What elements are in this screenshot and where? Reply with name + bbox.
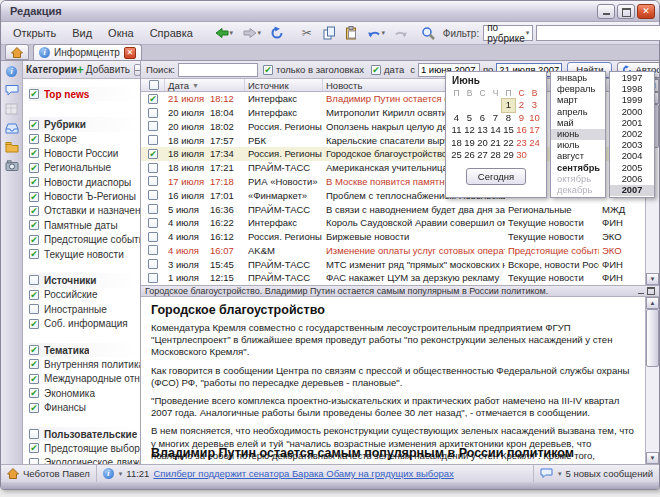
calendar-day[interactable]: 18: [450, 137, 463, 150]
checkbox[interactable]: [148, 163, 158, 173]
calendar-day[interactable]: 15: [502, 124, 515, 137]
inbox-icon[interactable]: [5, 122, 19, 134]
calendar-day[interactable]: 23: [515, 137, 528, 150]
info-panel-icon[interactable]: i: [6, 66, 17, 77]
checkbox[interactable]: ✔: [29, 403, 39, 413]
close-button[interactable]: ✕: [637, 4, 655, 19]
checkbox[interactable]: [29, 429, 39, 439]
preview-scrollbar[interactable]: ▲ ▼: [645, 297, 659, 464]
calendar-day[interactable]: 2: [515, 99, 528, 112]
sidebar-item[interactable]: ✔Международные отношения: [29, 372, 140, 386]
calendar-day[interactable]: 3: [528, 99, 541, 112]
checkbox[interactable]: ✔: [29, 345, 39, 355]
year-item[interactable]: 1997: [610, 73, 654, 84]
calendar-day[interactable]: 26: [463, 149, 476, 162]
forward-button[interactable]: ▾: [239, 24, 265, 42]
checkbox[interactable]: ✔: [148, 94, 158, 104]
calendar-day[interactable]: 5: [463, 112, 476, 125]
calendar-day[interactable]: 30: [515, 149, 528, 162]
scroll-thumb[interactable]: [646, 309, 659, 367]
cut-button[interactable]: ✂: [297, 24, 317, 42]
sidebar-item[interactable]: ✔Новости Ъ-Регионы: [29, 189, 140, 203]
calendar-day[interactable]: 4: [450, 112, 463, 125]
chevron-down-icon[interactable]: ▾: [558, 470, 562, 478]
search-input[interactable]: [178, 63, 258, 77]
sidebar-item[interactable]: ✔Региональные: [29, 161, 140, 175]
year-item[interactable]: 2003: [610, 140, 654, 151]
sidebar-item[interactable]: ✔Отставки и назначения: [29, 204, 140, 218]
scroll-up-icon[interactable]: ▲: [646, 297, 659, 309]
search-tool-button[interactable]: [421, 24, 435, 42]
maximize-button[interactable]: [617, 4, 635, 19]
info-icon[interactable]: i: [103, 468, 114, 479]
column-header-source[interactable]: Источник: [245, 79, 323, 91]
calendar-day[interactable]: 25: [450, 149, 463, 162]
calendar-day[interactable]: 14: [489, 124, 502, 137]
home-button[interactable]: [5, 44, 29, 60]
sidebar-item[interactable]: ✔Внутренняя политика: [29, 357, 140, 371]
tab-infocenter[interactable]: i Информцентр ✕: [33, 44, 142, 60]
calendar-day[interactable]: 1: [502, 99, 515, 112]
menu-open[interactable]: Открыть: [5, 24, 64, 42]
sidebar-group[interactable]: ✔Top news: [29, 87, 140, 101]
sidebar-item[interactable]: Иностранные: [29, 302, 140, 316]
year-item[interactable]: 2001: [610, 118, 654, 129]
calendar-day[interactable]: 8: [502, 112, 515, 125]
sidebar-item[interactable]: ✔Новости России: [29, 146, 140, 160]
sidebar-group[interactable]: ✔Тематика: [29, 343, 140, 357]
grid-panel-icon[interactable]: [5, 103, 18, 115]
refresh-button[interactable]: [267, 24, 287, 42]
calendar-month-label[interactable]: Июнь: [452, 75, 542, 86]
checkbox[interactable]: ✔: [148, 149, 158, 159]
month-item[interactable]: июль: [551, 140, 605, 151]
checkbox[interactable]: [148, 121, 158, 131]
checkbox[interactable]: ✔: [29, 192, 39, 202]
calendar-day[interactable]: 12: [463, 124, 476, 137]
filter-type-dropdown[interactable]: по рубрике▾: [483, 25, 533, 41]
sidebar-group[interactable]: Пользовательские: [29, 427, 140, 441]
checkbox[interactable]: ✔: [29, 120, 39, 130]
select-all-checkbox[interactable]: [149, 80, 159, 90]
calendar-day[interactable]: 27: [476, 149, 489, 162]
chevron-down-icon[interactable]: ▾: [119, 470, 123, 478]
checkbox[interactable]: ✔: [29, 359, 39, 369]
checkbox[interactable]: [148, 204, 158, 214]
paste-button[interactable]: [341, 24, 361, 42]
month-item[interactable]: февраль: [551, 84, 605, 95]
checkbox[interactable]: ✔: [29, 374, 39, 384]
table-row[interactable]: 4 июля16:12Россия. РегионыБиржевые новос…: [141, 230, 645, 244]
sidebar-group[interactable]: Источники: [29, 273, 140, 287]
year-item[interactable]: 1998: [610, 84, 654, 95]
checkbox[interactable]: ✔: [29, 388, 39, 398]
checkbox[interactable]: ✔: [29, 148, 39, 158]
table-row[interactable]: 5 июля16:36ПРАЙМ-ТАССВ связи с наводнени…: [141, 202, 645, 216]
calendar-day[interactable]: 17: [528, 124, 541, 137]
checkbox[interactable]: ✔: [29, 89, 39, 99]
checkbox[interactable]: [148, 135, 158, 145]
checkbox[interactable]: ✔: [29, 249, 39, 259]
checkbox[interactable]: [148, 176, 158, 186]
year-item[interactable]: 1999: [610, 95, 654, 106]
calendar-day[interactable]: 7: [489, 112, 502, 125]
column-header-date[interactable]: Дата▼: [165, 79, 245, 91]
checkbox[interactable]: [148, 232, 158, 242]
calendar-day[interactable]: 29: [502, 149, 515, 162]
ticker-link[interactable]: Спилберг поддержит сенатора Барака Обаму…: [153, 468, 453, 479]
folder-icon[interactable]: [5, 141, 19, 153]
preview-title-bar[interactable]: Городское благоустройство. Владимир Пути…: [141, 285, 659, 297]
calendar-day[interactable]: 22: [502, 137, 515, 150]
calendar-day[interactable]: 13: [476, 124, 489, 137]
calendar-day[interactable]: 6: [476, 112, 489, 125]
sidebar-item[interactable]: ✔Российские: [29, 288, 140, 302]
month-item[interactable]: сентябрь: [551, 163, 605, 174]
sidebar-group[interactable]: ✔Рубрики: [29, 117, 140, 131]
menu-windows[interactable]: Окна: [100, 24, 142, 42]
checkbox[interactable]: [148, 273, 158, 283]
checkbox[interactable]: [148, 259, 158, 269]
sidebar-item[interactable]: ✔Памятные даты: [29, 218, 140, 232]
sidebar-item[interactable]: ✔Текущие новости: [29, 247, 140, 261]
calendar-day[interactable]: 19: [463, 137, 476, 150]
month-item[interactable]: июнь: [551, 129, 605, 140]
preview-minimize-icon[interactable]: [638, 288, 644, 294]
checkbox[interactable]: [148, 190, 158, 200]
